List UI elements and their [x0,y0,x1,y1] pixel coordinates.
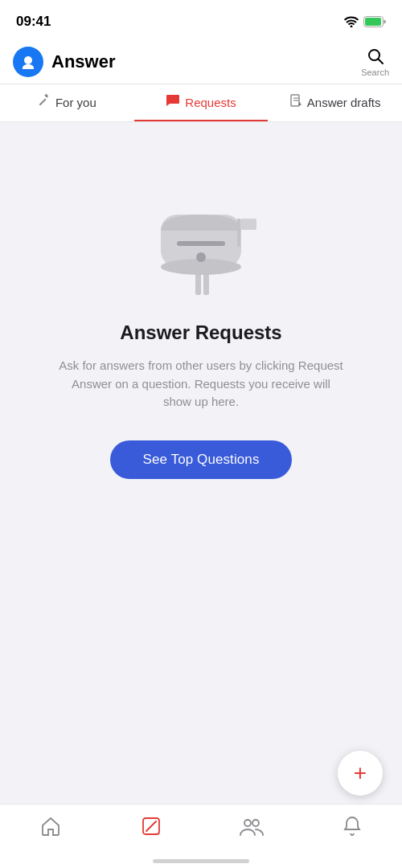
tab-answer-drafts-label: Answer drafts [307,96,381,109]
svg-rect-12 [237,219,240,247]
status-icons [344,16,386,27]
mailbox-illustration [137,170,265,299]
people-icon [240,816,264,837]
svg-point-19 [252,820,259,826]
tab-answer-drafts[interactable]: Answer drafts [268,84,402,121]
tab-for-you[interactable]: For you [0,84,134,121]
status-bar: 09:41 [0,0,402,40]
wifi-icon [344,16,359,27]
write-icon [141,816,162,837]
content-title: Answer Requests [120,321,281,344]
fab-plus-icon: + [354,760,367,786]
search-icon [366,47,385,66]
svg-line-4 [378,59,383,64]
nav-home[interactable] [0,813,100,837]
main-content: Answer Requests Ask for answers from oth… [0,122,402,620]
tab-requests[interactable]: Requests [134,84,269,121]
svg-line-17 [146,821,156,831]
nav-notifications[interactable] [302,813,402,838]
home-icon [40,816,61,837]
chat-icon [166,94,180,110]
svg-rect-14 [177,241,225,246]
home-indicator [153,859,249,863]
svg-point-18 [244,820,251,826]
tab-requests-label: Requests [185,96,236,109]
svg-rect-13 [240,219,256,230]
document-icon [289,94,302,110]
bell-icon [342,816,363,838]
bottom-nav [0,804,402,868]
svg-point-15 [196,252,206,262]
tab-for-you-label: For you [55,96,96,109]
nav-write[interactable] [100,813,201,837]
pencil-icon [38,94,51,110]
nav-people[interactable] [201,813,302,837]
svg-rect-1 [365,18,381,26]
search-button[interactable]: Search [361,47,389,77]
search-label: Search [361,68,389,77]
header-left: Answer [13,47,115,77]
app-name: Answer [51,51,115,72]
content-description: Ask for answers from other users by clic… [56,357,346,411]
tab-bar: For you Requests Answer drafts [0,84,402,122]
status-time: 09:41 [16,14,51,30]
battery-icon [363,16,386,27]
app-header: Answer Search [0,40,402,84]
see-top-questions-button[interactable]: See Top Questions [110,440,291,479]
fab-add-button[interactable]: + [338,751,383,796]
svg-point-2 [24,56,32,64]
app-logo [13,47,43,77]
